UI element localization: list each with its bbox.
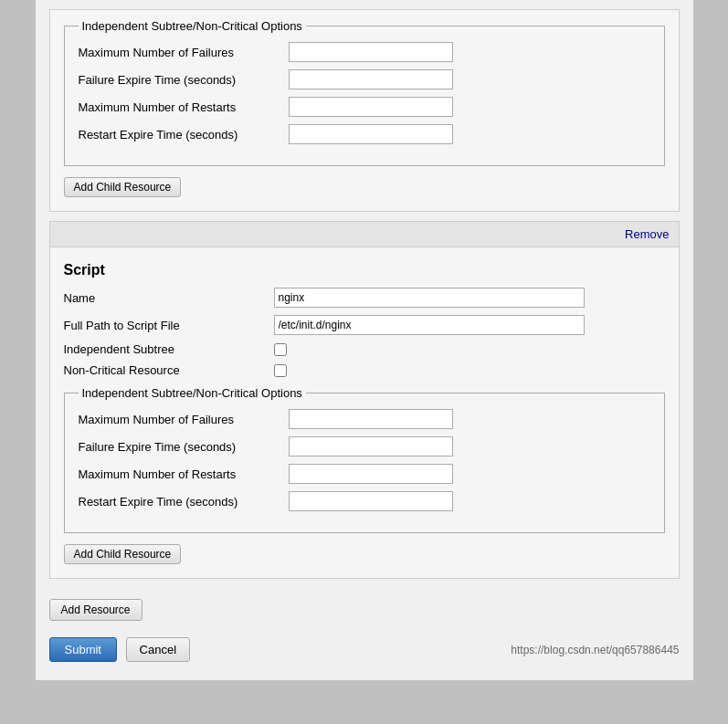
- label-max-restarts-1: Maximum Number of Restarts: [79, 100, 289, 114]
- field-row-path: Full Path to Script File: [64, 315, 665, 335]
- label-restart-expire-1: Restart Expire Time (seconds): [79, 128, 289, 142]
- checkbox-non-critical[interactable]: [274, 364, 287, 377]
- field-row-max-failures-2: Maximum Number of Failures: [79, 409, 650, 429]
- remove-bar: Remove: [49, 221, 680, 247]
- fieldset-legend-2: Independent Subtree/Non-Critical Options: [79, 386, 306, 400]
- label-restart-expire-2: Restart Expire Time (seconds): [79, 495, 289, 509]
- submit-button[interactable]: Submit: [49, 637, 117, 662]
- main-container: Independent Subtree/Non-Critical Options…: [36, 0, 693, 680]
- label-name: Name: [64, 291, 274, 305]
- input-max-failures-1[interactable]: [289, 42, 453, 62]
- field-row-restart-expire-2: Restart Expire Time (seconds): [79, 491, 650, 511]
- input-failure-expire-2[interactable]: [289, 436, 453, 456]
- label-max-restarts-2: Maximum Number of Restarts: [79, 467, 289, 481]
- input-max-failures-2[interactable]: [289, 409, 453, 429]
- cancel-button[interactable]: Cancel: [126, 637, 190, 662]
- field-row-independent-subtree: Independent Subtree: [64, 342, 665, 356]
- fieldset-options-2: Independent Subtree/Non-Critical Options…: [64, 386, 665, 533]
- fieldset-options-1: Independent Subtree/Non-Critical Options…: [64, 19, 665, 166]
- input-failure-expire-1[interactable]: [289, 69, 453, 89]
- input-restart-expire-2[interactable]: [289, 491, 453, 511]
- field-row-restart-expire-1: Restart Expire Time (seconds): [79, 124, 650, 144]
- add-child-resource-button-2[interactable]: Add Child Resource: [64, 544, 182, 564]
- label-path: Full Path to Script File: [64, 319, 274, 332]
- label-independent-subtree: Independent Subtree: [64, 342, 274, 356]
- input-max-restarts-2[interactable]: [289, 464, 453, 484]
- field-row-max-restarts-1: Maximum Number of Restarts: [79, 97, 650, 117]
- fieldset-legend-1: Independent Subtree/Non-Critical Options: [79, 19, 306, 33]
- action-buttons: Submit Cancel: [49, 637, 191, 662]
- field-row-non-critical: Non-Critical Resource: [64, 363, 665, 377]
- label-failure-expire-1: Failure Expire Time (seconds): [79, 73, 289, 87]
- remove-link[interactable]: Remove: [625, 227, 669, 241]
- field-row-max-restarts-2: Maximum Number of Restarts: [79, 464, 650, 484]
- input-restart-expire-1[interactable]: [289, 124, 453, 144]
- section2-block: Script Name Full Path to Script File Ind…: [49, 247, 680, 579]
- input-name[interactable]: [274, 288, 585, 308]
- label-max-failures-1: Maximum Number of Failures: [79, 46, 289, 59]
- label-max-failures-2: Maximum Number of Failures: [79, 413, 289, 426]
- add-resource-button[interactable]: Add Resource: [49, 599, 142, 621]
- add-child-resource-button-1[interactable]: Add Child Resource: [64, 177, 182, 197]
- input-path[interactable]: [274, 315, 585, 335]
- add-resource-row: Add Resource: [49, 592, 680, 628]
- bottom-bar: Submit Cancel https://blog.csdn.net/qq65…: [49, 637, 680, 662]
- label-non-critical: Non-Critical Resource: [64, 363, 274, 377]
- field-row-failure-expire-2: Failure Expire Time (seconds): [79, 436, 650, 456]
- checkbox-independent-subtree[interactable]: [274, 343, 287, 356]
- url-text: https://blog.csdn.net/qq657886445: [511, 644, 679, 656]
- label-failure-expire-2: Failure Expire Time (seconds): [79, 440, 289, 454]
- section1-block: Independent Subtree/Non-Critical Options…: [49, 9, 680, 212]
- field-row-max-failures-1: Maximum Number of Failures: [79, 42, 650, 62]
- input-max-restarts-1[interactable]: [289, 97, 453, 117]
- field-row-failure-expire-1: Failure Expire Time (seconds): [79, 69, 650, 89]
- script-section-title: Script: [64, 262, 665, 278]
- field-row-name: Name: [64, 288, 665, 308]
